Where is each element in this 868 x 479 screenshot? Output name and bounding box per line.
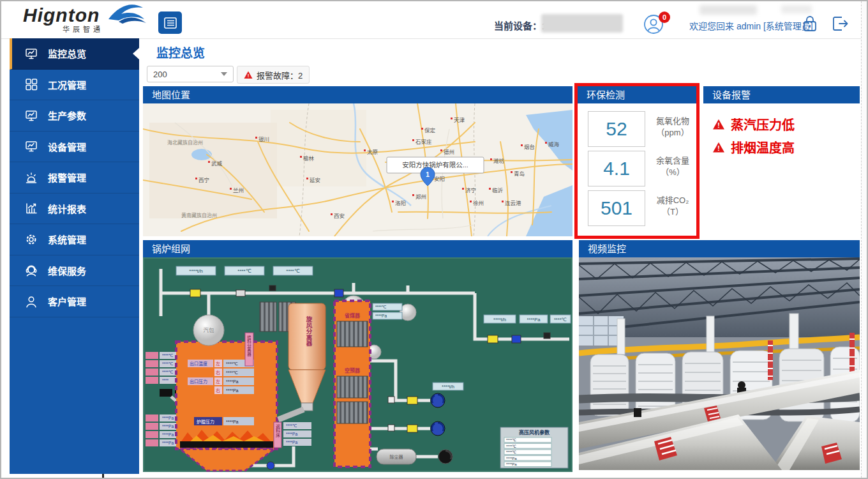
- redaction-smudge: [700, 5, 757, 15]
- device-filter-value: 200: [153, 70, 167, 79]
- svg-text:!: !: [248, 73, 250, 79]
- svg-text:****Pa: ****Pa: [375, 314, 387, 318]
- svg-text:威海: 威海: [548, 141, 560, 148]
- sidebar-item-device-mgmt[interactable]: 设备管理: [10, 132, 139, 163]
- welcome-label: 欢迎您回来: [689, 21, 734, 31]
- video-panel-title: 视频监控: [579, 240, 860, 257]
- sidebar-item-alarm-mgmt[interactable]: 报警管理: [10, 162, 139, 194]
- svg-text:保定: 保定: [424, 127, 436, 133]
- alarm-text: 蒸汽压力低: [731, 115, 795, 133]
- svg-text:****Pa: ****Pa: [226, 388, 239, 393]
- metric-label: 余氧含量（%）: [650, 155, 695, 178]
- video-monitor-panel: 视频监控: [579, 240, 860, 473]
- sidebar-item-production-params[interactable]: 生产参数: [10, 100, 139, 132]
- alarm-fault-badge[interactable]: ! 报警故障：2: [237, 66, 310, 84]
- svg-text:****Pa: ****Pa: [506, 462, 517, 466]
- sidebar-item-label: 监控总览: [48, 47, 86, 60]
- alarm-row: ! 排烟温度高: [712, 138, 795, 156]
- lock-screen-button[interactable]: [801, 14, 820, 33]
- svg-text:潍坊: 潍坊: [493, 158, 505, 164]
- svg-text:****℃: ****℃: [375, 305, 386, 309]
- svg-text:烟台: 烟台: [524, 144, 535, 150]
- svg-text:延安: 延安: [310, 177, 320, 183]
- svg-text:****℃: ****℃: [506, 445, 516, 448]
- svg-text:榆林: 榆林: [303, 155, 315, 162]
- metric-label: 氮氧化物（ppm）: [650, 116, 695, 139]
- svg-text:济宁: 济宁: [465, 187, 476, 194]
- dust-collector: 除尘器: [377, 449, 416, 464]
- bar-chart-arrow-icon: [24, 201, 38, 215]
- sidebar-item-customer-mgmt[interactable]: 客户管理: [10, 286, 139, 317]
- video-feed: [579, 257, 860, 470]
- sidebar-item-label: 设备管理: [48, 140, 86, 153]
- menu-toggle-button[interactable]: [158, 11, 182, 34]
- svg-text:出口压力: 出口压力: [190, 379, 207, 384]
- svg-text:****Pa: ****Pa: [286, 440, 297, 445]
- metric-co2: 501 减排CO₂（T）: [588, 190, 690, 225]
- brand-logo: Hignton 华辰智通: [23, 5, 144, 37]
- welcome-text: 欢迎您回来 admin [系统管理员]: [689, 19, 813, 32]
- map-region-label: 海北藏族自治州: [167, 139, 203, 146]
- svg-text:****t/h: ****t/h: [189, 268, 202, 274]
- air-preheater-label: 空预器: [345, 367, 361, 374]
- map-panel-title: 地图位置: [143, 86, 572, 103]
- env-monitor-panel: 环保检测 52 氮氧化物（ppm） 4.1 余氧含量（%） 501 减排CO₂（…: [578, 86, 696, 236]
- sidebar-item-maintenance[interactable]: 维保服务: [10, 255, 139, 287]
- alarm-row: ! 蒸汽压力低: [712, 115, 795, 133]
- device-filter-select[interactable]: 200: [147, 66, 234, 82]
- svg-text:1: 1: [426, 171, 430, 178]
- sidebar-nav: 监控总览 工况管理 生产参数 设备管理 报警管理: [10, 38, 139, 474]
- svg-text:****Pa: ****Pa: [162, 432, 174, 437]
- metric-value: 52: [588, 111, 645, 147]
- svg-text:****℃: ****℃: [554, 317, 567, 323]
- cyclone-label: 旋风分离器: [306, 316, 313, 347]
- svg-text:右: 右: [216, 370, 220, 376]
- metric-value: 501: [588, 190, 645, 226]
- svg-text:德州: 德州: [444, 149, 454, 155]
- notification-badge[interactable]: 0: [659, 11, 670, 23]
- logout-icon: [830, 14, 849, 33]
- svg-text:洛阳: 洛阳: [395, 200, 406, 206]
- right-scroll-gutter[interactable]: [861, 1, 867, 478]
- svg-text:****℃: ****℃: [286, 423, 297, 428]
- brand-antelope-icon: [84, 3, 154, 24]
- top-header: Hignton 华辰智通 当前设备：17K 0 欢迎您回来 admin [系: [1, 1, 867, 39]
- sidebar-item-system-mgmt[interactable]: 系统管理: [10, 224, 139, 255]
- monitor-chart-icon: [24, 139, 38, 153]
- sidebar-item-label: 工况管理: [48, 78, 86, 91]
- svg-text:太原: 太原: [367, 149, 378, 155]
- sidebar-item-monitor-overview[interactable]: 监控总览: [10, 38, 139, 70]
- svg-text:****Pa: ****Pa: [226, 420, 239, 424]
- svg-text:左: 左: [216, 361, 220, 366]
- alarm-text: 排烟温度高: [731, 138, 795, 156]
- siren-icon: [24, 171, 38, 185]
- svg-text:****℃: ****℃: [162, 353, 173, 358]
- sidebar-item-condition-mgmt[interactable]: 工况管理: [10, 70, 139, 101]
- svg-text:临沂: 临沂: [492, 187, 504, 194]
- svg-text:****Pa: ****Pa: [226, 379, 239, 384]
- sidebar-item-label: 统计报表: [48, 202, 86, 215]
- svg-text:武威: 武威: [211, 160, 223, 167]
- hp-fan-title: 高压风机参数: [519, 429, 550, 436]
- sidebar-item-label: 生产参数: [48, 109, 86, 122]
- sidebar-item-statistics[interactable]: 统计报表: [10, 194, 139, 225]
- env-panel-title: 环保检测: [578, 86, 696, 103]
- redacted-device-id: [541, 14, 623, 33]
- svg-text:****Pa: ****Pa: [162, 416, 174, 420]
- map-region-label: 黄南藏族自治州: [181, 212, 217, 218]
- svg-text:****℃: ****℃: [506, 438, 516, 442]
- svg-text:兰州: 兰州: [233, 187, 244, 194]
- map-tooltip[interactable]: 安阳方快锅炉有限公...: [387, 157, 484, 173]
- svg-text:****: ****: [162, 378, 169, 383]
- monitor-chart-icon: [24, 47, 38, 61]
- alarm-fault-text: 报警故障：2: [257, 69, 303, 81]
- svg-text:出口温度: 出口温度: [190, 361, 207, 367]
- svg-text:石家庄: 石家庄: [415, 139, 432, 145]
- boiler-scada-diagram: ****t/h ****℃ ****℃ ****t/h ****Pa ****℃…: [143, 257, 572, 472]
- sidebar-item-label: 客户管理: [48, 294, 86, 308]
- svg-text:!: !: [717, 144, 720, 152]
- logout-button[interactable]: [830, 14, 849, 33]
- monitor-chart-icon: [24, 109, 38, 123]
- china-map-canvas[interactable]: 海北藏族自治州 黄南藏族自治州 西宁 兰州 武威 银川 榆林 延安 西安 太原 …: [143, 103, 572, 236]
- return-bed-label: 返料床: [276, 424, 281, 438]
